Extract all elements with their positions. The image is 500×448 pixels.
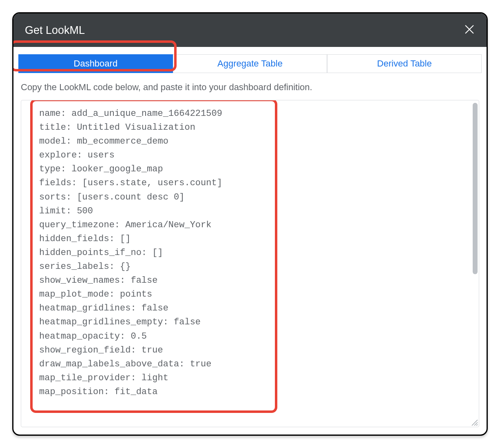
tab-dashboard[interactable]: Dashboard: [18, 54, 173, 73]
modal-header: Get LookML: [13, 13, 487, 47]
instruction-text: Copy the LookML code below, and paste it…: [13, 75, 487, 100]
code-scrollbar-thumb[interactable]: [473, 103, 478, 274]
tab-derived-table[interactable]: Derived Table: [327, 54, 482, 73]
get-lookml-modal: Get LookML Dashboard Aggregate Table Der…: [12, 12, 488, 436]
resize-handle-icon[interactable]: [471, 419, 478, 426]
tab-aggregate-table[interactable]: Aggregate Table: [173, 54, 327, 73]
lookml-code-block[interactable]: name: add_a_unique_name_1664221509 title…: [21, 100, 471, 427]
modal-title: Get LookML: [25, 24, 85, 37]
code-container: name: add_a_unique_name_1664221509 title…: [21, 100, 479, 427]
svg-line-4: [476, 424, 478, 426]
close-icon[interactable]: [464, 23, 475, 37]
svg-line-2: [472, 420, 478, 426]
tab-row: Dashboard Aggregate Table Derived Table: [13, 47, 487, 75]
code-scrollbar[interactable]: [471, 100, 479, 427]
